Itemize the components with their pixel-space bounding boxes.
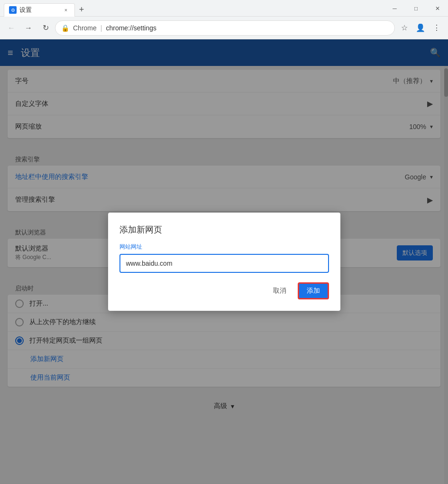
close-button[interactable]: ✕ [427,0,448,17]
content-area: ≡ 设置 🔍 字号 中（推荐） ▾ 自定义字体 [0,39,448,484]
modal-backdrop: 添加新网页 网站网址 取消 添加 [0,39,448,484]
forward-button[interactable]: → [21,20,36,36]
dialog-url-input[interactable] [119,254,329,273]
settings-tab-icon: ⚙ [9,6,17,14]
dialog-title: 添加新网页 [119,224,329,235]
address-url: chrome://settings [106,24,389,32]
bookmark-button[interactable]: ☆ [397,20,412,36]
dialog-actions: 取消 添加 [119,282,329,299]
account-button[interactable]: 👤 [413,20,428,36]
menu-button[interactable]: ⋮ [429,20,444,36]
back-button[interactable]: ← [4,20,19,36]
tab-close-button[interactable]: × [62,6,70,14]
new-tab-button[interactable]: + [75,3,88,17]
window-controls: ─ □ ✕ [384,0,448,17]
toolbar-right: ☆ 👤 ⋮ [397,20,444,36]
maximize-button[interactable]: □ [405,0,427,17]
address-bar[interactable]: 🔒 Chrome | chrome://settings [55,20,395,36]
dialog-label: 网站网址 [119,243,329,251]
reload-button[interactable]: ↻ [38,20,53,36]
browser-toolbar: ← → ↻ 🔒 Chrome | chrome://settings ☆ 👤 ⋮ [0,17,448,39]
add-button[interactable]: 添加 [298,282,329,299]
minimize-button[interactable]: ─ [384,0,405,17]
address-brand: Chrome [73,24,97,32]
secure-icon: 🔒 [61,24,69,32]
settings-tab[interactable]: ⚙ 设置 × [4,3,75,17]
address-separator: | [101,24,102,32]
cancel-button[interactable]: 取消 [265,282,294,299]
window-titlebar: ⚙ 设置 × + ─ □ ✕ [0,0,448,17]
add-page-dialog: 添加新网页 网站网址 取消 添加 [108,213,340,311]
settings-tab-label: 设置 [19,6,32,14]
tab-bar: ⚙ 设置 × + [0,0,88,17]
main-content: ≡ 设置 🔍 字号 中（推荐） ▾ 自定义字体 [0,39,448,484]
